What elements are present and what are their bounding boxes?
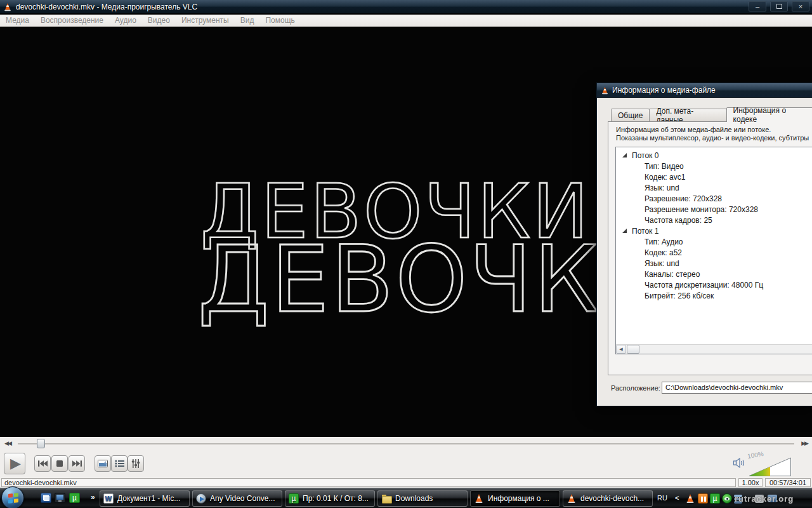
collapse-icon[interactable] xyxy=(622,153,627,157)
vlc-cone-icon xyxy=(3,3,12,11)
tab-general[interactable]: Общие xyxy=(611,109,650,122)
taskbar-button-avc[interactable]: Any Video Conve... xyxy=(192,490,282,507)
tray-chevron-icon[interactable]: < xyxy=(675,494,679,502)
language-indicator[interactable]: RU xyxy=(657,494,667,502)
status-filename: devochki-devochki.mkv xyxy=(1,478,736,487)
vlc-cone-icon xyxy=(566,493,577,504)
utorrent-quicklaunch-icon[interactable]: µ xyxy=(69,493,80,503)
menu-media[interactable]: Медиа xyxy=(0,15,35,26)
media-info-dialog: Информация о медиа-файле Общие Доп. мета… xyxy=(596,83,812,406)
menu-audio[interactable]: Аудио xyxy=(109,15,142,26)
minimize-button[interactable]: – xyxy=(749,1,766,11)
status-playback-rate[interactable]: 1.00x xyxy=(738,478,763,487)
horizontal-scrollbar[interactable]: ◀ xyxy=(616,344,812,354)
menu-help[interactable]: Помощь xyxy=(259,15,300,26)
statusbar: devochki-devochki.mkv 1.00x 00:57/34:01 xyxy=(0,478,812,488)
vlc-main-window: devochki-devochki.mkv - Медиа-проигрыват… xyxy=(0,0,812,508)
taskbar: µ » W Документ1 - Mic... Any Video Conve… xyxy=(0,488,812,508)
vlc-cone-icon xyxy=(601,86,609,95)
tree-item[interactable]: Каналы: стерео xyxy=(616,269,812,279)
toolbar-overflow-chevron[interactable]: » xyxy=(91,493,95,502)
windows-logo-icon xyxy=(8,493,18,504)
speaker-icon[interactable] xyxy=(733,458,745,468)
next-button[interactable] xyxy=(69,455,85,472)
next-icon xyxy=(72,460,82,467)
equalizer-button[interactable] xyxy=(128,455,144,472)
codec-description-line1: Информация об этом медиа-файле или поток… xyxy=(616,126,812,134)
status-time[interactable]: 00:57/34:01 xyxy=(765,478,811,487)
screenshot-watermark: rutracker.org xyxy=(735,494,811,504)
dialog-body: Общие Доп. мета-данные Информация о коде… xyxy=(597,98,812,406)
seek-track[interactable] xyxy=(18,443,794,445)
stop-icon xyxy=(56,460,63,467)
tab-metadata[interactable]: Доп. мета-данные xyxy=(649,109,726,122)
word-document-icon: W xyxy=(103,493,114,504)
volume-slider[interactable] xyxy=(749,457,792,477)
menu-video[interactable]: Видео xyxy=(142,15,176,26)
tree-item[interactable]: Разрешение: 720x328 xyxy=(616,193,812,204)
tree-node-stream1[interactable]: Поток 1 xyxy=(616,225,812,236)
codec-tab-panel: Информация об этом медиа-файле или поток… xyxy=(608,121,812,375)
utorrent-icon: µ xyxy=(289,493,299,504)
menu-view[interactable]: Вид xyxy=(235,15,260,26)
close-button[interactable]: × xyxy=(792,1,809,11)
tree-node-stream0[interactable]: Поток 0 xyxy=(616,150,812,161)
tree-item[interactable]: Битрейт: 256 кб/сек xyxy=(616,290,812,301)
any-video-converter-icon xyxy=(196,493,206,504)
tray-vlc-icon[interactable] xyxy=(685,493,695,504)
taskbar-button-utorrent[interactable]: µ Пр: 0.01 К / От: 8... xyxy=(285,490,375,507)
dialog-title: Информация о медиа-файле xyxy=(612,86,716,95)
location-label: Расположение: xyxy=(611,384,660,392)
playlist-icon xyxy=(115,460,124,467)
tree-item[interactable]: Частота кадров: 25 xyxy=(616,215,812,225)
folder-icon xyxy=(381,493,391,504)
tray-utorrent-icon[interactable]: µ xyxy=(710,493,720,504)
restore-button[interactable] xyxy=(770,1,788,11)
seek-row: ◀◀ ▶▶ xyxy=(0,437,812,451)
tree-item[interactable]: Кодек: a52 xyxy=(616,247,812,258)
start-button[interactable] xyxy=(1,486,24,508)
tab-codec-info[interactable]: Информация о кодеке xyxy=(726,107,812,122)
playlist-button[interactable] xyxy=(111,455,128,472)
seek-handle[interactable] xyxy=(37,439,45,448)
volume-control: 100% xyxy=(733,451,803,478)
tree-item[interactable]: Язык: und xyxy=(616,182,812,193)
taskbar-button-vlc-player[interactable]: devochki-devoch... xyxy=(563,490,653,507)
dialog-tabs: Общие Доп. мета-данные Информация о коде… xyxy=(611,107,812,122)
tray-antivirus-eye-icon[interactable] xyxy=(722,493,732,504)
tree-item[interactable]: Разрешение монитора: 720x328 xyxy=(616,204,812,215)
stop-button[interactable] xyxy=(51,455,68,472)
menu-playback[interactable]: Воспроизведение xyxy=(35,15,109,26)
window-title: devochki-devochki.mkv - Медиа-проигрыват… xyxy=(16,3,197,11)
window-switcher-icon[interactable] xyxy=(41,493,51,503)
faster-icon[interactable]: ▶▶ xyxy=(801,440,808,446)
previous-button[interactable] xyxy=(34,455,51,472)
taskbar-button-media-info[interactable]: Информация о ... xyxy=(470,490,560,507)
tree-item[interactable]: Язык: und xyxy=(616,258,812,269)
previous-icon xyxy=(38,460,48,467)
titlebar: devochki-devochki.mkv - Медиа-проигрыват… xyxy=(0,0,812,14)
dialog-titlebar[interactable]: Информация о медиа-файле xyxy=(597,83,812,98)
slower-icon[interactable]: ◀◀ xyxy=(4,440,11,446)
restore-icon xyxy=(776,4,782,9)
show-desktop-icon[interactable] xyxy=(55,493,65,503)
taskbar-button-downloads[interactable]: Downloads xyxy=(377,490,468,507)
play-button[interactable]: ▶ xyxy=(4,453,25,474)
codec-description-line2: Показаны мультиплексор, аудио- и видео-к… xyxy=(616,134,812,142)
tray-scheduler-pause-icon[interactable] xyxy=(698,493,708,504)
tree-item[interactable]: Тип: Видео xyxy=(616,161,812,171)
fullscreen-icon xyxy=(98,460,108,467)
tree-item[interactable]: Тип: Аудио xyxy=(616,236,812,247)
menu-tools[interactable]: Инструменты xyxy=(176,15,235,26)
scroll-left-icon[interactable]: ◀ xyxy=(616,345,626,354)
location-field[interactable]: C:\Downloads\devochki-devochki.mkv xyxy=(662,382,812,394)
stream-tree: Поток 0 Тип: Видео Кодек: avc1 Язык: und… xyxy=(615,147,812,354)
tree-item[interactable]: Частота дискретизации: 48000 Гц xyxy=(616,279,812,290)
fullscreen-button[interactable] xyxy=(95,455,111,472)
scrollbar-thumb[interactable] xyxy=(627,345,639,354)
tree-item[interactable]: Кодек: avc1 xyxy=(616,171,812,182)
collapse-icon[interactable] xyxy=(622,229,627,233)
taskbar-button-word[interactable]: W Документ1 - Mic... xyxy=(100,490,190,507)
play-icon: ▶ xyxy=(10,457,21,471)
menubar: Медиа Воспроизведение Аудио Видео Инстру… xyxy=(0,15,812,27)
